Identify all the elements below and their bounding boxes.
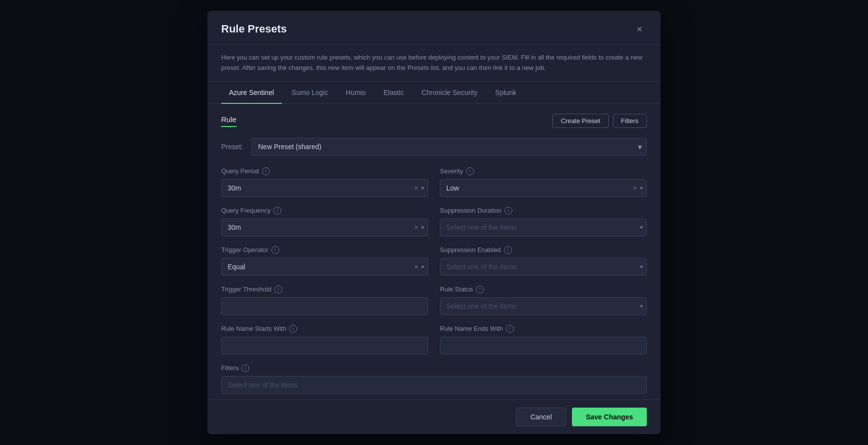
tab-azure-sentinel[interactable]: Azure Sentinel [221,82,282,103]
sub-tab-rule[interactable]: Rule [221,115,236,127]
suppression-enabled-select-wrapper: Select one of the items ▾ [440,258,647,276]
severity-dropdown-arrow: ▾ [640,185,643,191]
severity-label: Severity i [440,167,647,175]
rule-status-select[interactable]: Select one of the items [440,297,647,315]
modal-description: Here you can set up your custom rule pre… [207,45,661,82]
severity-select-wrapper: Low × ▾ [440,179,647,197]
suppression-enabled-dropdown-arrow: ▾ [640,263,643,270]
query-period-actions: × ▾ [413,183,424,193]
rule-name-starts-info-icon: i [289,325,297,333]
trigger-operator-label: Trigger Operator i [221,246,428,254]
modal-body: Rule Create Preset Filters Preset: New P… [207,104,661,399]
query-period-group: Query Period i 30m × ▾ [221,167,428,197]
query-period-label: Query Period i [221,167,428,175]
filters-button[interactable]: Filters [613,114,647,128]
rule-status-select-wrapper: Select one of the items ▾ [440,297,647,315]
tab-humio[interactable]: Humio [338,82,373,103]
query-period-select[interactable]: 30m [221,179,428,197]
suppression-enabled-label: Suppression Enabled i [440,246,647,254]
query-period-info-icon: i [262,167,270,175]
suppression-duration-dropdown-arrow: ▾ [640,224,643,231]
trigger-threshold-info-icon: i [274,286,282,293]
rule-status-label: Rule Status i [440,286,647,293]
trigger-operator-info-icon: i [271,246,279,254]
suppression-enabled-select[interactable]: Select one of the items [440,258,647,276]
rule-name-ends-info-icon: i [506,325,514,333]
severity-info-icon: i [466,167,474,175]
suppression-enabled-info-icon: i [504,246,512,254]
tab-chronicle-security[interactable]: Chronicle Security [414,82,486,103]
suppression-duration-info-icon: i [504,207,512,215]
filters-info-icon: i [241,364,249,372]
suppression-duration-actions: ▾ [640,224,643,231]
cancel-button[interactable]: Cancel [516,408,567,426]
query-frequency-info-icon: i [273,207,281,215]
preset-select[interactable]: New Preset (shared) [252,138,647,156]
query-frequency-group: Query Frequency i 30m × ▾ [221,207,428,236]
severity-group: Severity i Low × ▾ [440,167,647,197]
query-frequency-actions: × ▾ [413,222,424,232]
rule-name-ends-label: Rule Name Ends With i [440,325,647,333]
trigger-operator-select-wrapper: Equal × ▾ [221,258,428,276]
trigger-threshold-group: Trigger Threshold i 2 [221,286,428,315]
save-changes-button[interactable]: Save Changes [572,408,647,426]
suppression-duration-select-wrapper: Select one of the items ▾ [440,219,647,236]
query-frequency-label: Query Frequency i [221,207,428,215]
preset-label: Preset: [221,143,246,151]
filters-label: Filters i [221,364,647,372]
suppression-enabled-actions: ▾ [640,263,643,270]
tab-elastic[interactable]: Elastic [375,82,411,103]
form-grid: Query Period i 30m × ▾ [221,167,647,354]
rule-status-actions: ▾ [640,303,643,310]
rule-status-info-icon: i [476,286,484,293]
trigger-operator-actions: × ▾ [413,262,424,272]
trigger-operator-clear-button[interactable]: × [413,262,419,272]
rule-name-starts-input[interactable] [221,337,428,354]
trigger-operator-group: Trigger Operator i Equal × ▾ [221,246,428,276]
rule-name-ends-group: Rule Name Ends With i [440,325,647,354]
suppression-duration-group: Suppression Duration i Select one of the… [440,207,647,236]
rule-name-ends-input[interactable] [440,337,647,354]
tab-sumo-logic[interactable]: Sumo Logic [284,82,336,103]
close-button[interactable]: × [632,22,647,36]
suppression-enabled-group: Suppression Enabled i Select one of the … [440,246,647,276]
severity-actions: × ▾ [632,183,643,193]
query-frequency-dropdown-arrow: ▾ [421,224,424,231]
query-frequency-select-wrapper: 30m × ▾ [221,219,428,236]
trigger-threshold-input[interactable]: 2 [221,297,428,315]
severity-select[interactable]: Low [440,179,647,197]
trigger-operator-select[interactable]: Equal [221,258,428,276]
filters-select[interactable]: Select one of the items [221,376,647,394]
create-preset-button[interactable]: Create Preset [552,114,608,128]
sub-tab-actions: Create Preset Filters [552,114,647,128]
preset-select-wrapper: New Preset (shared) [252,138,647,156]
modal-footer: Cancel Save Changes [207,399,661,434]
query-period-clear-button[interactable]: × [413,183,419,193]
modal-title: Rule Presets [221,23,287,35]
rule-name-starts-group: Rule Name Starts With i [221,325,428,354]
rule-presets-modal: Rule Presets × Here you can set up your … [207,11,661,434]
severity-clear-button[interactable]: × [632,183,638,193]
query-period-dropdown-arrow: ▾ [421,185,424,191]
rule-status-group: Rule Status i Select one of the items ▾ [440,286,647,315]
rule-sub-tabs: Rule Create Preset Filters [221,114,647,128]
preset-row: Preset: New Preset (shared) [221,138,647,156]
tabs-row: Azure Sentinel Sumo Logic Humio Elastic … [207,82,661,104]
query-frequency-clear-button[interactable]: × [413,222,419,232]
query-period-select-wrapper: 30m × ▾ [221,179,428,197]
rule-status-dropdown-arrow: ▾ [640,303,643,310]
rule-name-starts-label: Rule Name Starts With i [221,325,428,333]
tab-splunk[interactable]: Splunk [487,82,524,103]
filters-section: Filters i Select one of the items [221,364,647,394]
trigger-operator-dropdown-arrow: ▾ [421,263,424,270]
trigger-threshold-label: Trigger Threshold i [221,286,428,293]
suppression-duration-select[interactable]: Select one of the items [440,219,647,236]
query-frequency-select[interactable]: 30m [221,219,428,236]
modal-header: Rule Presets × [207,11,661,45]
suppression-duration-label: Suppression Duration i [440,207,647,215]
